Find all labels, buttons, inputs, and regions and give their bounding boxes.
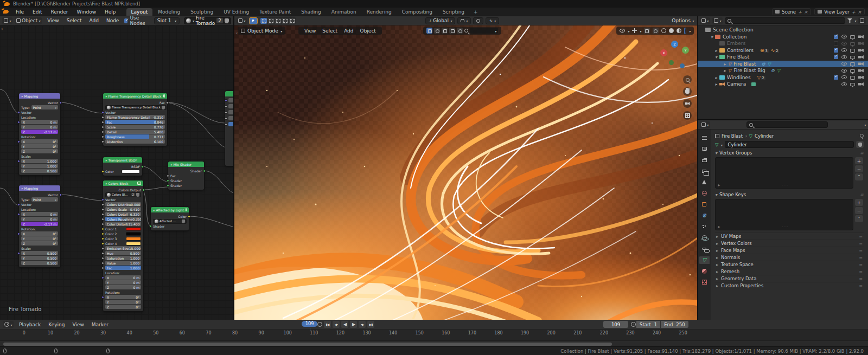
node-number-field[interactable]: Y0 m: [21, 217, 58, 221]
collapsed-panel-header[interactable]: Custom Properties: [715, 282, 864, 289]
preview-range-icon[interactable]: [631, 322, 636, 327]
node-partial-clipped[interactable]: [225, 91, 233, 166]
remove-shape-key-button[interactable]: −: [855, 207, 863, 214]
node-socket[interactable]: [166, 101, 169, 104]
disable-render-icon[interactable]: [858, 69, 864, 73]
app-menu-item[interactable]: File: [12, 9, 28, 15]
material-users-count[interactable]: 2: [216, 18, 223, 23]
node-socket[interactable]: [17, 121, 20, 124]
fake-user-icon[interactable]: [136, 193, 139, 197]
node-color-swatch-row[interactable]: Color 2: [105, 231, 141, 236]
new-collection-button[interactable]: [858, 17, 866, 24]
node-value-field[interactable]: Roughness0.737: [105, 134, 165, 139]
node-socket[interactable]: [101, 208, 104, 211]
node-socket[interactable]: [142, 189, 145, 191]
node-editor-menu-item[interactable]: Node: [103, 17, 123, 24]
tab-particles[interactable]: [699, 223, 710, 230]
node-value-field[interactable]: Fac0.846: [105, 120, 165, 124]
node-value-field[interactable]: Hue0.500: [105, 251, 141, 255]
hide-viewport-icon[interactable]: [841, 75, 847, 79]
vertex-groups-panel-header[interactable]: Vertex Groups: [715, 149, 864, 157]
node-number-field[interactable]: Y0°: [105, 300, 141, 304]
node-socket[interactable]: [101, 140, 104, 143]
node-socket[interactable]: [101, 131, 104, 133]
node-group-selector-row[interactable]: Flame Transparency Detail Block: [105, 105, 165, 109]
collapsed-panel-header[interactable]: Texture Space: [715, 261, 864, 268]
node-socket[interactable]: [167, 184, 169, 187]
shape-keys-panel-header[interactable]: Shape Keys: [715, 191, 864, 198]
node-value-field[interactable]: Z0°: [21, 149, 58, 153]
add-workspace-button[interactable]: +: [470, 9, 481, 15]
node-header[interactable]: Transparent BSDF: [103, 157, 142, 163]
outliner-row-scene-collection[interactable]: Scene Collection: [698, 27, 868, 34]
disable-viewports-icon[interactable]: [850, 42, 855, 46]
node-value-field[interactable]: Colors Scale0.410: [105, 207, 141, 211]
node-number-field[interactable]: X0°: [21, 231, 58, 236]
expand-icon[interactable]: [711, 34, 713, 40]
node-socket[interactable]: [101, 233, 104, 235]
collection-checkbox[interactable]: [834, 35, 838, 39]
node-transparent-bsdf[interactable]: Transparent BSDF BSDFColor: [103, 157, 142, 176]
material-name-field[interactable]: Fire Tornado: [196, 15, 215, 26]
node-value-field[interactable]: Z0.500: [21, 261, 58, 265]
current-frame-field[interactable]: 109: [603, 321, 628, 328]
tab-constraints[interactable]: [699, 245, 710, 253]
workspace-tab[interactable]: Sculpting: [186, 8, 218, 16]
start-frame-field[interactable]: Start1: [636, 321, 660, 328]
node-number-field[interactable]: X1.000: [21, 159, 58, 163]
node-value-field[interactable]: X0 m: [21, 212, 58, 216]
workspace-tab[interactable]: Modeling: [153, 8, 185, 16]
pan-control[interactable]: [683, 87, 692, 96]
node-header[interactable]: Mix Shader: [168, 162, 204, 167]
node-group-field[interactable]: Affected ...: [153, 219, 187, 224]
node-editor-menu-item[interactable]: Add: [86, 17, 101, 24]
node-value-field[interactable]: Scale0.770: [105, 125, 165, 129]
node-value-field[interactable]: X0 m: [21, 120, 58, 124]
collapsed-panel-header[interactable]: Remesh: [715, 268, 864, 275]
node-dropdown-field[interactable]: Point: [31, 105, 58, 109]
shading-wireframe-button[interactable]: [661, 28, 666, 33]
node-mapping[interactable]: Mapping VectorType:PointVectorLocation:X…: [19, 93, 60, 175]
node-number-field[interactable]: Y0°: [21, 236, 58, 241]
node-slider-field[interactable]: [228, 122, 233, 126]
node-socket[interactable]: [101, 252, 104, 255]
node-value-field[interactable]: Colors Roughne0.350: [105, 217, 141, 221]
node-socket[interactable]: [101, 121, 104, 124]
workspace-tab[interactable]: Texture Paint: [254, 8, 296, 16]
overlays-toggle[interactable]: [644, 28, 650, 34]
collection-checkbox[interactable]: [834, 41, 838, 46]
node-socket[interactable]: [59, 101, 62, 104]
node-number-field[interactable]: Y0°: [21, 144, 58, 149]
workspace-tab[interactable]: Scripting: [438, 8, 469, 16]
hide-viewport-icon[interactable]: [841, 48, 847, 52]
node-value-field[interactable]: X0°: [21, 231, 58, 236]
node-value-field[interactable]: Y0°: [21, 144, 58, 149]
tab-object[interactable]: [699, 201, 710, 208]
node-value-field[interactable]: X0°: [21, 139, 58, 144]
node-value-field[interactable]: Colors Distribu0.000: [105, 202, 141, 206]
node-socket[interactable]: [101, 296, 104, 299]
hide-viewport-icon[interactable]: [841, 69, 847, 73]
outliner-row-collection[interactable]: Collection: [698, 34, 868, 41]
node-socket[interactable]: [101, 116, 104, 119]
node-socket[interactable]: [101, 262, 104, 264]
node-socket[interactable]: [101, 247, 104, 250]
node-number-field[interactable]: X0 m: [21, 120, 58, 124]
node-socket[interactable]: [101, 111, 104, 114]
outliner-row-windlines[interactable]: Windlines ▽2: [698, 74, 868, 81]
viewport-menu-item[interactable]: Add: [341, 28, 356, 34]
node-number-field[interactable]: Fac0.846: [105, 120, 165, 124]
node-value-field[interactable]: Value1.000: [105, 261, 141, 265]
node-value-field[interactable]: Y0 m: [21, 125, 58, 129]
node-socket[interactable]: [101, 126, 104, 128]
tab-view-layer[interactable]: [699, 167, 710, 175]
node-value-field[interactable]: Detail5.400: [105, 130, 165, 134]
expand-icon[interactable]: [724, 61, 726, 67]
vertex-group-specials-button[interactable]: ˅: [855, 173, 863, 180]
disable-render-icon[interactable]: [858, 35, 864, 39]
timeline-editor-type-button[interactable]: [3, 321, 14, 328]
workspace-tab[interactable]: Compositing: [397, 8, 437, 16]
workspace-tab[interactable]: Shading: [296, 8, 326, 16]
node-value-field[interactable]: Y0 m: [105, 280, 141, 285]
snapping-toggle[interactable]: [457, 17, 471, 24]
